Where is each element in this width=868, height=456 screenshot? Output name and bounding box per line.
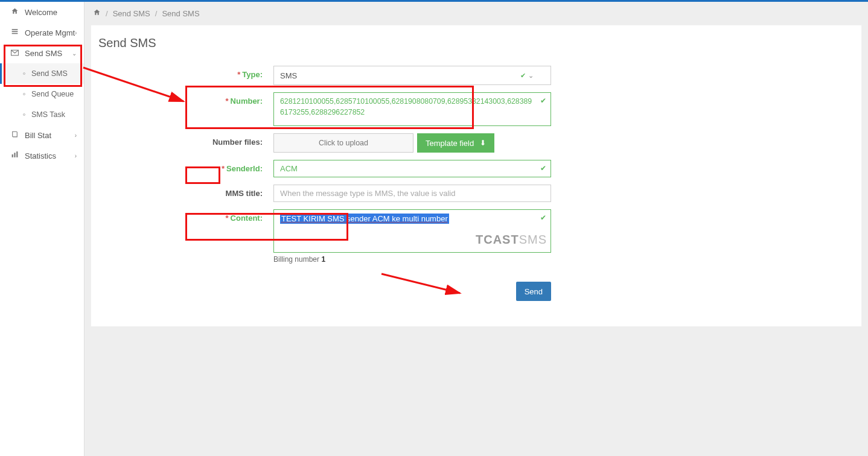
chevron-right-icon: › [75, 132, 77, 139]
content-selected-text: TEST KIRIM SMS sender ACM ke multi numbe… [280, 214, 449, 224]
type-value: SMS [280, 71, 297, 80]
mms-title-label: MMS title: [98, 185, 273, 202]
download-icon: ⬇ [480, 139, 486, 147]
sidebar-item-label: Send SMS [25, 49, 72, 58]
book-icon [11, 130, 19, 140]
content-area: / Send SMS / Send SMS Send SMS *Type: SM… [85, 2, 868, 456]
breadcrumb-separator: / [155, 9, 158, 18]
dot-icon [23, 93, 25, 95]
senderid-input[interactable] [273, 160, 551, 177]
mms-title-input[interactable] [273, 185, 551, 202]
chevron-down-icon: ⌄ [528, 72, 534, 80]
content-label: *Content: [98, 209, 273, 264]
sidebar-item-label: SMS Task [31, 110, 65, 119]
type-select[interactable]: SMS ✔ ⌄ [273, 66, 551, 85]
sidebar-item-label: Operate Mgmt [25, 28, 75, 37]
content-input[interactable]: TEST KIRIM SMS sender ACM ke multi numbe… [273, 209, 551, 253]
check-icon: ✔ [520, 72, 526, 80]
watermark-logo: TCASTSMS [476, 231, 547, 249]
sidebar-item-label: Bill Stat [25, 131, 75, 140]
svg-rect-2 [12, 33, 18, 34]
sidebar-item-label: Statistics [25, 151, 75, 160]
number-input[interactable]: 6281210100055,6285710100055,628190808070… [273, 92, 551, 126]
billing-number: Billing number 1 [273, 255, 551, 264]
list-icon [11, 28, 19, 37]
sidebar-item-label: Send SMS [31, 69, 68, 78]
home-icon[interactable] [93, 8, 101, 18]
dot-icon [23, 72, 25, 75]
svg-rect-6 [16, 151, 18, 157]
upload-button[interactable]: Click to upload [273, 133, 413, 153]
breadcrumb-item: Send SMS [162, 9, 199, 18]
svg-rect-0 [12, 29, 18, 30]
svg-rect-1 [12, 31, 18, 32]
senderid-label: *SenderId: [98, 160, 273, 177]
sidebar-item-send-sms[interactable]: Send SMS ⌄ [0, 43, 84, 63]
sidebar-item-send-sms-sub[interactable]: Send SMS [0, 63, 84, 84]
breadcrumb-separator: / [106, 9, 108, 18]
mail-icon [11, 49, 19, 58]
chevron-right-icon: › [75, 30, 77, 36]
dot-icon [23, 113, 25, 116]
sidebar-item-send-queue[interactable]: Send Queue [0, 84, 84, 104]
breadcrumb: / Send SMS / Send SMS [85, 2, 868, 25]
template-field-button[interactable]: Template field ⬇ [417, 133, 494, 153]
numberfiles-label: Number files: [98, 133, 273, 153]
chart-icon [11, 151, 19, 160]
sidebar-item-welcome[interactable]: Welcome [0, 2, 84, 22]
chevron-right-icon: › [75, 153, 77, 159]
send-sms-panel: Send SMS *Type: SMS ✔ ⌄ *Number: 6281210… [91, 25, 862, 327]
chevron-down-icon: ⌄ [72, 50, 77, 57]
sidebar-item-operate-mgmt[interactable]: Operate Mgmt › [0, 22, 84, 43]
home-icon [11, 7, 19, 17]
sidebar-item-statistics[interactable]: Statistics › [0, 145, 84, 166]
sidebar-item-label: Welcome [25, 8, 77, 17]
breadcrumb-item[interactable]: Send SMS [113, 9, 150, 18]
sidebar: Welcome Operate Mgmt › Send SMS ⌄ Send S… [0, 2, 85, 456]
sidebar-item-sms-task[interactable]: SMS Task [0, 104, 84, 125]
panel-title: Send SMS [98, 36, 848, 50]
svg-rect-4 [12, 154, 13, 157]
sidebar-item-label: Send Queue [31, 90, 74, 98]
send-button[interactable]: Send [516, 282, 551, 301]
number-label: *Number: [98, 92, 273, 126]
svg-rect-5 [14, 153, 15, 157]
sidebar-item-bill-stat[interactable]: Bill Stat › [0, 125, 84, 145]
type-label: *Type: [98, 66, 273, 85]
